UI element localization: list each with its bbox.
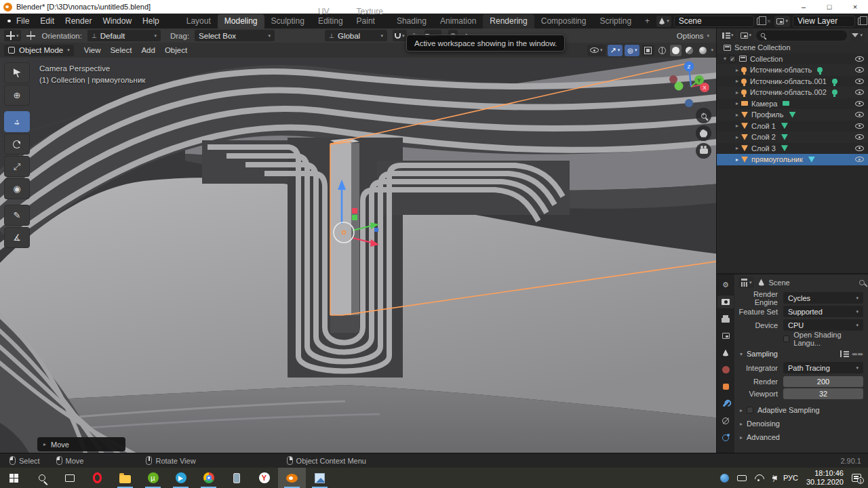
tab-modifiers[interactable]: [717, 397, 734, 410]
menu-help[interactable]: Help: [137, 14, 165, 28]
shading-material-button[interactable]: [684, 45, 695, 56]
taskbar-chrome[interactable]: [195, 468, 222, 488]
add-workspace-button[interactable]: +: [638, 14, 656, 28]
tab-sculpting[interactable]: Sculpting: [264, 14, 311, 28]
volume-icon[interactable]: ): [772, 474, 775, 482]
menu-file[interactable]: File: [11, 14, 35, 28]
outliner-row-selected-curve[interactable]: ▸ прямоугольник: [717, 154, 868, 165]
eye-icon[interactable]: [855, 146, 864, 151]
eye-icon[interactable]: [855, 112, 864, 117]
pin-icon[interactable]: [859, 280, 865, 285]
taskbar-opera[interactable]: [83, 468, 111, 488]
tool-move[interactable]: ↔↕: [4, 111, 30, 132]
orientation-dropdown[interactable]: ⊥ Default ▾: [87, 30, 161, 41]
eye-icon[interactable]: [855, 157, 864, 162]
tool-scale[interactable]: ⤢: [4, 156, 30, 177]
advanced-section[interactable]: ▸ Advanced: [734, 430, 868, 444]
minimize-button[interactable]: –: [791, 0, 816, 14]
task-view-button[interactable]: [56, 468, 83, 488]
tab-rendering[interactable]: Rendering: [483, 14, 534, 28]
drag-dropdown[interactable]: Select Box ▾: [195, 30, 275, 41]
menu-window[interactable]: Window: [97, 14, 137, 28]
options-dropdown[interactable]: Options ▾: [677, 32, 709, 40]
viewport-samples-field[interactable]: 32: [783, 388, 863, 399]
eye-icon[interactable]: [855, 67, 864, 73]
outliner-row-camera[interactable]: ▸ Камера: [717, 98, 868, 110]
taskbar-telegram[interactable]: [167, 468, 195, 488]
taskbar-blender-active[interactable]: [278, 468, 306, 488]
view-layer-browse-button[interactable]: ▾: [774, 16, 790, 27]
outliner-filter-dropdown[interactable]: ▾: [850, 30, 865, 41]
feature-set-dropdown[interactable]: Supported ▾: [783, 306, 863, 317]
tab-uv-editing[interactable]: UV Editing: [311, 5, 350, 28]
show-hide-dropdown[interactable]: ▾: [587, 45, 606, 56]
scene-browse-button[interactable]: ▾: [656, 16, 671, 27]
tab-physics[interactable]: [717, 431, 734, 444]
denoising-section[interactable]: ▸ Denoising: [734, 417, 868, 430]
outliner-search-input[interactable]: [756, 30, 847, 41]
operator-panel[interactable]: ▸ Move: [37, 437, 125, 451]
eye-icon[interactable]: [855, 56, 864, 62]
active-tool-dropdown[interactable]: ▾: [4, 30, 21, 41]
properties-editor-dropdown[interactable]: ▾: [738, 277, 754, 288]
tab-tool[interactable]: ⚙: [717, 279, 734, 291]
tab-texture-paint[interactable]: Texture Paint: [350, 5, 390, 28]
tab-shading[interactable]: Shading: [390, 14, 433, 28]
camera-view-button[interactable]: [696, 143, 711, 159]
outliner-row-curve[interactable]: ▸ Слой 3: [717, 143, 868, 155]
overlays-toggle[interactable]: ◎ ▾: [625, 45, 639, 56]
gizmo-move-icon[interactable]: [26, 31, 35, 40]
tab-particles[interactable]: [717, 414, 734, 427]
scene-name-field[interactable]: Scene: [674, 16, 754, 27]
tab-animation[interactable]: Animation: [433, 14, 483, 28]
transform-orientation-dropdown[interactable]: ⊥ Global ▾: [325, 30, 387, 41]
menu-select[interactable]: Select: [105, 46, 136, 54]
section-menu-icon[interactable]: ══: [852, 350, 863, 358]
device-dropdown[interactable]: CPU ▾: [783, 319, 863, 331]
shading-solid-button[interactable]: [670, 45, 682, 56]
outliner-editor-dropdown[interactable]: ▾: [720, 30, 736, 41]
tab-scripting[interactable]: Scripting: [593, 14, 638, 28]
outliner-row-curve[interactable]: ▸ Слой 1: [717, 121, 868, 132]
view-layer-name-field[interactable]: View Layer: [793, 16, 855, 27]
taskbar-yandex[interactable]: Y: [250, 468, 278, 488]
tab-output[interactable]: [717, 312, 734, 325]
3d-viewport[interactable]: Z Y X Camera Perspective (1) Collection …: [0, 58, 716, 453]
tab-scene[interactable]: [717, 346, 734, 359]
xray-toggle[interactable]: [642, 45, 654, 56]
tab-object[interactable]: [717, 380, 734, 393]
eye-icon[interactable]: [855, 79, 864, 84]
mode-dropdown[interactable]: Object Mode ▾: [4, 45, 74, 56]
tool-annotate[interactable]: ✎: [4, 205, 30, 226]
outliner-row-curve[interactable]: ▸ Слой 2: [717, 131, 868, 143]
outliner-row-light[interactable]: ▸ Источник-область.002: [717, 87, 868, 98]
outliner-row-scene-collection[interactable]: Scene Collection: [717, 42, 868, 54]
menu-edit[interactable]: Edit: [35, 14, 60, 28]
pan-button[interactable]: [696, 125, 711, 141]
tool-rotate[interactable]: [4, 134, 30, 155]
tab-compositing[interactable]: Compositing: [534, 14, 593, 28]
zoom-button[interactable]: [696, 108, 711, 123]
tab-layout[interactable]: Layout: [180, 14, 218, 28]
clock[interactable]: 18:10:46 30.12.2020: [806, 469, 844, 487]
tool-select-box[interactable]: [4, 62, 30, 83]
shading-wireframe-button[interactable]: [656, 45, 668, 56]
tab-view-layer[interactable]: [717, 329, 734, 342]
outliner-row-light[interactable]: ▸ Источник-область: [717, 64, 868, 76]
outliner-row-curve[interactable]: ▸ Профиль: [717, 109, 868, 121]
tab-render[interactable]: [717, 296, 734, 308]
eye-icon[interactable]: [855, 134, 864, 140]
taskbar-device-app[interactable]: [222, 468, 250, 488]
outliner-display-dropdown[interactable]: ▾: [738, 30, 754, 41]
tab-modeling[interactable]: Modeling: [218, 14, 264, 28]
shading-rendered-button[interactable]: [697, 45, 709, 56]
taskbar-file-explorer[interactable]: [111, 468, 139, 488]
outliner-row-light[interactable]: ▸ Источник-область.001: [717, 76, 868, 87]
tray-device-icon[interactable]: [737, 475, 747, 481]
tray-cloud-icon[interactable]: [720, 474, 729, 483]
presets-icon[interactable]: [840, 350, 848, 357]
unlink-scene-icon[interactable]: ×: [766, 18, 772, 25]
sampling-section-header[interactable]: ▾ Sampling ══: [734, 346, 868, 360]
maximize-button[interactable]: □: [816, 0, 842, 14]
osl-checkbox[interactable]: Open Shading Langu...: [783, 331, 863, 347]
